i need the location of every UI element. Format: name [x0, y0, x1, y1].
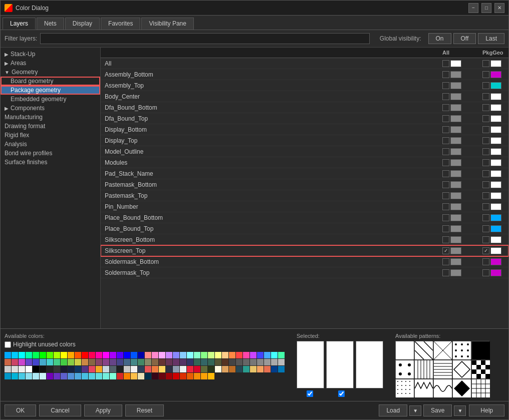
color-swatch-small[interactable] — [173, 359, 179, 365]
color-swatch-small[interactable] — [145, 366, 151, 372]
row-all-color[interactable] — [438, 124, 478, 135]
row-pkg-color[interactable] — [478, 58, 508, 69]
color-swatch-small[interactable] — [194, 352, 200, 358]
color-swatch-small[interactable] — [159, 352, 165, 358]
row-pkg-color[interactable] — [478, 179, 508, 190]
row-all-swatch[interactable] — [450, 159, 461, 166]
load-dropdown-arrow[interactable]: ▼ — [409, 405, 421, 416]
row-pkg-color[interactable] — [478, 135, 508, 146]
row-pkg-checkbox[interactable] — [482, 60, 489, 67]
row-all-swatch[interactable] — [450, 60, 461, 67]
table-row[interactable]: Display_Top — [101, 135, 508, 146]
color-swatch-small[interactable] — [26, 366, 32, 372]
row-pkg-checkbox[interactable] — [482, 104, 489, 111]
color-swatch-small[interactable] — [131, 373, 137, 379]
color-swatch-small[interactable] — [96, 373, 102, 379]
color-swatch-small[interactable] — [208, 366, 214, 372]
row-all-swatch[interactable] — [450, 203, 461, 210]
color-swatch-small[interactable] — [54, 352, 60, 358]
color-swatch-small[interactable] — [96, 352, 102, 358]
sidebar-item-geometry[interactable]: ▼ Geometry — [1, 68, 100, 77]
reset-button[interactable]: Reset — [125, 404, 164, 416]
row-all-color[interactable] — [438, 91, 478, 102]
color-swatch-small[interactable] — [201, 373, 207, 379]
row-pkg-swatch[interactable] — [490, 126, 501, 133]
color-swatch-small[interactable] — [117, 366, 123, 372]
color-swatch-small[interactable] — [271, 366, 278, 372]
row-all-checkbox[interactable] — [442, 269, 449, 276]
color-swatch-small[interactable] — [236, 359, 242, 365]
table-row[interactable]: Pastemask_Top — [101, 190, 508, 201]
color-swatch-small[interactable] — [173, 366, 179, 372]
row-pkg-color[interactable] — [478, 168, 508, 179]
color-swatch-small[interactable] — [166, 373, 172, 379]
table-row[interactable]: Body_Center — [101, 91, 508, 102]
color-swatch-small[interactable] — [264, 359, 271, 365]
color-swatch-small[interactable] — [222, 359, 228, 365]
row-pkg-checkbox[interactable] — [482, 225, 489, 232]
minimize-button[interactable]: − — [468, 3, 478, 13]
color-swatch-small[interactable] — [229, 352, 235, 358]
color-swatch-small[interactable] — [145, 373, 151, 379]
row-pkg-checkbox[interactable] — [482, 137, 489, 144]
color-swatch-small[interactable] — [75, 359, 81, 365]
sidebar-item-stack-up[interactable]: ▶ Stack-Up — [1, 50, 100, 59]
row-all-swatch[interactable] — [450, 82, 461, 89]
pattern-swatch[interactable] — [433, 341, 451, 359]
color-swatch-small[interactable] — [236, 352, 242, 358]
load-button[interactable]: Load — [379, 404, 407, 416]
row-all-checkbox[interactable] — [442, 104, 449, 111]
table-row[interactable]: Pin_Number — [101, 201, 508, 212]
color-swatch-small[interactable] — [187, 352, 193, 358]
pattern-swatch[interactable] — [433, 379, 451, 397]
color-swatch-small[interactable] — [152, 366, 158, 372]
row-all-swatch[interactable] — [450, 225, 461, 232]
row-pkg-swatch[interactable] — [490, 137, 501, 144]
color-swatch-small[interactable] — [5, 373, 11, 379]
table-row[interactable]: Dfa_Bound_Top — [101, 113, 508, 124]
row-all-checkbox[interactable] — [442, 137, 449, 144]
sidebar-item-embedded-geometry[interactable]: Embedded geometry — [1, 95, 100, 104]
color-swatch-small[interactable] — [40, 359, 46, 365]
color-swatch-small[interactable] — [103, 366, 109, 372]
color-swatch-small[interactable] — [159, 373, 165, 379]
color-swatch-small[interactable] — [33, 373, 39, 379]
row-pkg-color[interactable] — [478, 190, 508, 201]
table-row[interactable]: Pad_Stack_Name — [101, 168, 508, 179]
row-pkg-swatch[interactable] — [490, 181, 501, 188]
row-pkg-color[interactable] — [478, 223, 508, 234]
table-row[interactable]: Assembly_Bottom — [101, 69, 508, 80]
table-row[interactable]: Dfa_Bound_Bottom — [101, 102, 508, 113]
row-all-swatch[interactable] — [450, 236, 461, 243]
table-row[interactable]: Soldermask_Top — [101, 267, 508, 278]
sidebar-item-manufacturing[interactable]: Manufacturing — [1, 113, 100, 122]
row-all-color[interactable] — [438, 223, 478, 234]
color-swatch-small[interactable] — [194, 366, 200, 372]
row-all-color[interactable] — [438, 267, 478, 278]
color-swatch-small[interactable] — [124, 373, 130, 379]
layer-table-container[interactable]: All PkgGeo AllAssembly_BottomAssembly_To… — [101, 48, 508, 328]
row-all-checkbox[interactable] — [442, 236, 449, 243]
color-swatch-small[interactable] — [264, 366, 271, 372]
color-swatch-small[interactable] — [257, 359, 264, 365]
color-swatch-small[interactable] — [89, 373, 95, 379]
color-swatch-small[interactable] — [54, 373, 60, 379]
pattern-swatch[interactable] — [395, 341, 413, 359]
row-pkg-checkbox[interactable] — [482, 258, 489, 265]
color-swatch-small[interactable] — [145, 359, 151, 365]
color-swatch-small[interactable] — [117, 352, 123, 358]
row-pkg-swatch[interactable] — [490, 104, 501, 111]
row-all-swatch[interactable] — [450, 214, 461, 221]
row-pkg-color[interactable] — [478, 157, 508, 168]
color-swatch-small[interactable] — [138, 359, 144, 365]
pattern-swatch[interactable] — [452, 360, 470, 378]
color-swatch-small[interactable] — [159, 366, 165, 372]
color-swatch-small[interactable] — [82, 359, 88, 365]
row-pkg-swatch[interactable] — [490, 269, 501, 276]
color-swatch-small[interactable] — [89, 359, 95, 365]
visibility-off-button[interactable]: Off — [453, 33, 476, 44]
row-pkg-color[interactable] — [478, 256, 508, 267]
save-button[interactable]: Save — [423, 404, 452, 416]
row-all-color[interactable] — [438, 157, 478, 168]
color-swatch-small[interactable] — [89, 366, 95, 372]
